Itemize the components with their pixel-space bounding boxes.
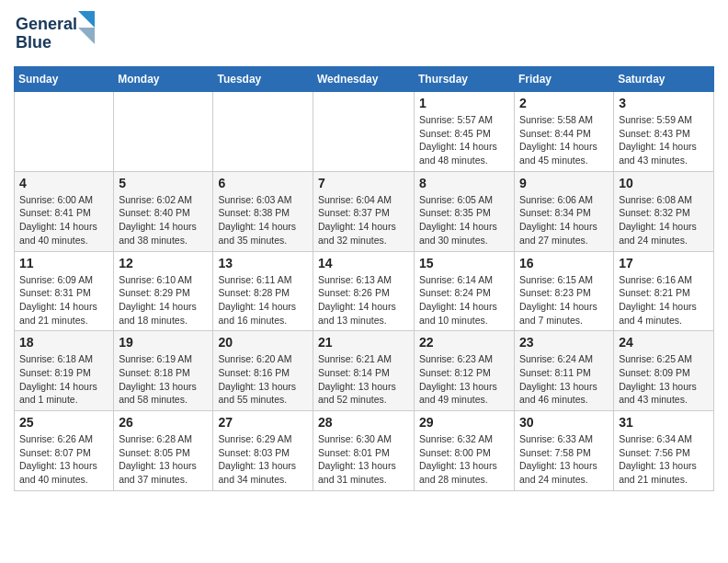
- day-number: 17: [619, 256, 709, 270]
- calendar-cell: 29Sunrise: 6:32 AM Sunset: 8:00 PM Dayli…: [415, 411, 515, 491]
- calendar-cell: 27Sunrise: 6:29 AM Sunset: 8:03 PM Dayli…: [213, 411, 313, 491]
- day-info: Sunrise: 5:59 AM Sunset: 8:43 PM Dayligh…: [619, 113, 709, 167]
- day-number: 22: [419, 335, 509, 350]
- day-info: Sunrise: 6:30 AM Sunset: 8:01 PM Dayligh…: [318, 432, 409, 487]
- day-info: Sunrise: 6:10 AM Sunset: 8:29 PM Dayligh…: [119, 273, 208, 327]
- calendar-cell: [114, 92, 213, 172]
- calendar-cell: 11Sunrise: 6:09 AM Sunset: 8:31 PM Dayli…: [15, 251, 114, 331]
- day-number: 29: [419, 415, 509, 430]
- day-info: Sunrise: 6:00 AM Sunset: 8:41 PM Dayligh…: [19, 193, 108, 247]
- day-number: 18: [19, 335, 108, 350]
- day-number: 16: [519, 256, 609, 270]
- day-info: Sunrise: 6:19 AM Sunset: 8:18 PM Dayligh…: [119, 352, 208, 407]
- calendar-cell: 1Sunrise: 5:57 AM Sunset: 8:45 PM Daylig…: [415, 92, 515, 172]
- calendar-cell: 8Sunrise: 6:05 AM Sunset: 8:35 PM Daylig…: [415, 171, 515, 251]
- day-info: Sunrise: 6:18 AM Sunset: 8:19 PM Dayligh…: [19, 352, 108, 407]
- calendar-cell: 24Sunrise: 6:25 AM Sunset: 8:09 PM Dayli…: [614, 331, 714, 411]
- day-number: 3: [619, 96, 709, 110]
- calendar-cell: 2Sunrise: 5:58 AM Sunset: 8:44 PM Daylig…: [515, 92, 614, 172]
- day-number: 31: [619, 415, 709, 430]
- day-header-thursday: Thursday: [415, 67, 515, 92]
- day-info: Sunrise: 6:03 AM Sunset: 8:38 PM Dayligh…: [218, 193, 308, 247]
- week-row-5: 25Sunrise: 6:26 AM Sunset: 8:07 PM Dayli…: [15, 411, 714, 491]
- day-number: 14: [318, 256, 409, 270]
- day-info: Sunrise: 6:28 AM Sunset: 8:05 PM Dayligh…: [119, 432, 208, 487]
- calendar-cell: 28Sunrise: 6:30 AM Sunset: 8:01 PM Dayli…: [313, 411, 415, 491]
- day-number: 4: [19, 176, 108, 190]
- day-info: Sunrise: 5:57 AM Sunset: 8:45 PM Dayligh…: [419, 113, 509, 167]
- calendar-cell: 19Sunrise: 6:19 AM Sunset: 8:18 PM Dayli…: [114, 331, 213, 411]
- calendar-cell: [213, 92, 313, 172]
- day-number: 7: [318, 176, 409, 190]
- day-number: 27: [218, 415, 308, 430]
- day-number: 30: [519, 415, 609, 430]
- day-info: Sunrise: 6:16 AM Sunset: 8:21 PM Dayligh…: [619, 273, 709, 327]
- day-number: 28: [318, 415, 409, 430]
- calendar-cell: 14Sunrise: 6:13 AM Sunset: 8:26 PM Dayli…: [313, 251, 415, 331]
- calendar-cell: 3Sunrise: 5:59 AM Sunset: 8:43 PM Daylig…: [614, 92, 714, 172]
- day-number: 1: [419, 96, 509, 110]
- day-header-monday: Monday: [114, 67, 213, 92]
- day-info: Sunrise: 6:33 AM Sunset: 7:58 PM Dayligh…: [519, 432, 609, 487]
- day-info: Sunrise: 6:29 AM Sunset: 8:03 PM Dayligh…: [218, 432, 308, 487]
- day-number: 9: [519, 176, 609, 190]
- day-info: Sunrise: 6:15 AM Sunset: 8:23 PM Dayligh…: [519, 273, 609, 327]
- calendar-cell: 12Sunrise: 6:10 AM Sunset: 8:29 PM Dayli…: [114, 251, 213, 331]
- calendar-cell: 20Sunrise: 6:20 AM Sunset: 8:16 PM Dayli…: [213, 331, 313, 411]
- day-number: 5: [119, 176, 208, 190]
- calendar-cell: 18Sunrise: 6:18 AM Sunset: 8:19 PM Dayli…: [15, 331, 114, 411]
- day-info: Sunrise: 6:25 AM Sunset: 8:09 PM Dayligh…: [619, 352, 709, 407]
- calendar-cell: 22Sunrise: 6:23 AM Sunset: 8:12 PM Dayli…: [415, 331, 515, 411]
- header-row: SundayMondayTuesdayWednesdayThursdayFrid…: [15, 67, 714, 92]
- svg-marker-2: [78, 11, 95, 28]
- calendar-cell: 25Sunrise: 6:26 AM Sunset: 8:07 PM Dayli…: [15, 411, 114, 491]
- calendar-cell: 26Sunrise: 6:28 AM Sunset: 8:05 PM Dayli…: [114, 411, 213, 491]
- calendar-cell: 16Sunrise: 6:15 AM Sunset: 8:23 PM Dayli…: [515, 251, 614, 331]
- calendar-cell: 30Sunrise: 6:33 AM Sunset: 7:58 PM Dayli…: [515, 411, 614, 491]
- day-info: Sunrise: 6:02 AM Sunset: 8:40 PM Dayligh…: [119, 193, 208, 247]
- svg-text:Blue: Blue: [16, 33, 51, 52]
- day-info: Sunrise: 6:21 AM Sunset: 8:14 PM Dayligh…: [318, 352, 409, 407]
- day-info: Sunrise: 6:32 AM Sunset: 8:00 PM Dayligh…: [419, 432, 509, 487]
- day-info: Sunrise: 5:58 AM Sunset: 8:44 PM Dayligh…: [519, 113, 609, 167]
- day-info: Sunrise: 6:20 AM Sunset: 8:16 PM Dayligh…: [218, 352, 308, 407]
- calendar-cell: 9Sunrise: 6:06 AM Sunset: 8:34 PM Daylig…: [515, 171, 614, 251]
- header: General Blue: [14, 9, 714, 59]
- day-number: 15: [419, 256, 509, 270]
- day-number: 8: [419, 176, 509, 190]
- calendar-cell: 4Sunrise: 6:00 AM Sunset: 8:41 PM Daylig…: [15, 171, 114, 251]
- day-number: 2: [519, 96, 609, 110]
- day-number: 25: [19, 415, 108, 430]
- week-row-2: 4Sunrise: 6:00 AM Sunset: 8:41 PM Daylig…: [15, 171, 714, 251]
- day-info: Sunrise: 6:06 AM Sunset: 8:34 PM Dayligh…: [519, 193, 609, 247]
- day-header-wednesday: Wednesday: [313, 67, 415, 92]
- day-info: Sunrise: 6:04 AM Sunset: 8:37 PM Dayligh…: [318, 193, 409, 247]
- day-number: 11: [19, 256, 108, 270]
- week-row-1: 1Sunrise: 5:57 AM Sunset: 8:45 PM Daylig…: [15, 92, 714, 172]
- day-info: Sunrise: 6:26 AM Sunset: 8:07 PM Dayligh…: [19, 432, 108, 487]
- day-number: 10: [619, 176, 709, 190]
- calendar-cell: 17Sunrise: 6:16 AM Sunset: 8:21 PM Dayli…: [614, 251, 714, 331]
- day-info: Sunrise: 6:08 AM Sunset: 8:32 PM Dayligh…: [619, 193, 709, 247]
- day-number: 21: [318, 335, 409, 350]
- logo: General Blue: [14, 9, 97, 59]
- day-number: 6: [218, 176, 308, 190]
- calendar-table: SundayMondayTuesdayWednesdayThursdayFrid…: [14, 66, 714, 491]
- week-row-3: 11Sunrise: 6:09 AM Sunset: 8:31 PM Dayli…: [15, 251, 714, 331]
- day-info: Sunrise: 6:23 AM Sunset: 8:12 PM Dayligh…: [419, 352, 509, 407]
- calendar-cell: [313, 92, 415, 172]
- day-number: 20: [218, 335, 308, 350]
- day-number: 23: [519, 335, 609, 350]
- day-number: 19: [119, 335, 208, 350]
- day-number: 13: [218, 256, 308, 270]
- calendar-cell: 31Sunrise: 6:34 AM Sunset: 7:56 PM Dayli…: [614, 411, 714, 491]
- week-row-4: 18Sunrise: 6:18 AM Sunset: 8:19 PM Dayli…: [15, 331, 714, 411]
- calendar-cell: [15, 92, 114, 172]
- calendar-cell: 13Sunrise: 6:11 AM Sunset: 8:28 PM Dayli…: [213, 251, 313, 331]
- svg-text:General: General: [16, 15, 77, 33]
- day-header-friday: Friday: [515, 67, 614, 92]
- day-info: Sunrise: 6:11 AM Sunset: 8:28 PM Dayligh…: [218, 273, 308, 327]
- calendar-cell: 21Sunrise: 6:21 AM Sunset: 8:14 PM Dayli…: [313, 331, 415, 411]
- day-info: Sunrise: 6:14 AM Sunset: 8:24 PM Dayligh…: [419, 273, 509, 327]
- calendar-cell: 7Sunrise: 6:04 AM Sunset: 8:37 PM Daylig…: [313, 171, 415, 251]
